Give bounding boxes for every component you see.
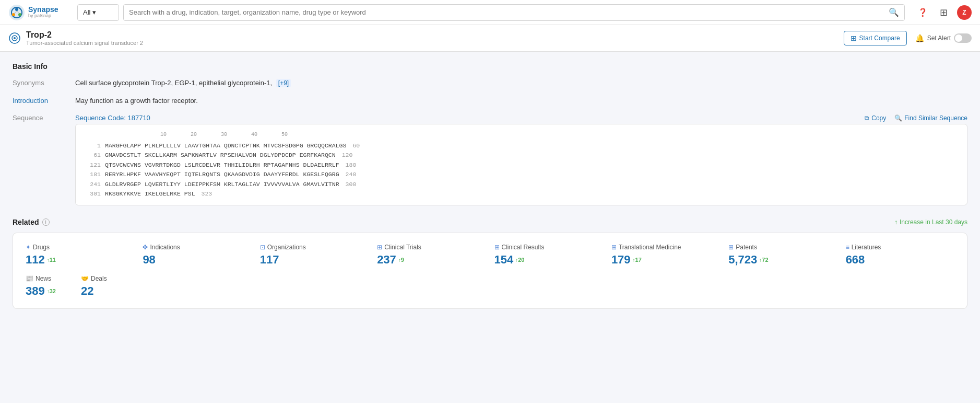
introduction-link[interactable]: Introduction (13, 97, 48, 105)
main-content: Basic Info Synonyms Cell surface glycopr… (0, 52, 980, 319)
arrow-icon: ↑ (759, 257, 762, 263)
arrow-icon: ↑ (633, 257, 635, 263)
related-item-clinical-results[interactable]: ⊞ Clinical Results 154 ↑20 (494, 244, 603, 267)
seq-text-6: RKSGKYKKVE IKELGELRKE PSL (105, 189, 195, 199)
logo-text: Synapse by patsnap (28, 6, 58, 19)
chevron-down-icon: ▾ (92, 8, 96, 16)
related-box: ✦ Drugs 112 ↑11 ✤ Indications (13, 233, 967, 309)
seq-text-1: MARGFGLAPP PLRLPLLLLV LAAVTGHTAA QDNCTCP… (105, 141, 346, 151)
drug-count: 112 (26, 253, 45, 267)
arrow-icon: ↑ (398, 257, 401, 263)
seq-num-3: 121 (84, 160, 101, 170)
header-icons: ❓ ⊞ Z (915, 5, 972, 20)
search-filter-dropdown[interactable]: All ▾ (77, 4, 119, 21)
trial-label: Clinical Trials (384, 244, 421, 251)
seq-line-3: 121 QTSVCWCVNS VGVRRTDKGD LSLRCDELVR THH… (84, 160, 959, 170)
seq-line-1: 1 MARGFGLAPP PLRLPLLLLV LAAVTGHTAA QDNCT… (84, 141, 959, 151)
search-area: All ▾ 🔍 (77, 4, 905, 21)
related-item-patents[interactable]: ⊞ Patents 5,723 ↑72 (728, 244, 837, 267)
related-item-translational[interactable]: ⊞ Translational Medicine 179 ↑17 (611, 244, 720, 267)
search-icon[interactable]: 🔍 (889, 7, 899, 17)
seq-line-6: 301 RKSGKYKKVE IKELGELRKE PSL 323 (84, 189, 959, 199)
seq-ruler: 10 20 30 40 50 (84, 131, 959, 139)
introduction-row: Introduction May function as a growth fa… (13, 97, 967, 105)
related-item-news[interactable]: 📰 News 389 ↑32 (26, 275, 56, 298)
seq-line-2: 61 GMAVDCSTLT SKCLLKARM SAPKNARTLV RPSEH… (84, 151, 959, 160)
trial-icon: ⊞ (377, 244, 382, 251)
synonyms-value: Cell surface glycoprotein Trop-2, EGP-1,… (75, 79, 967, 87)
arrow-up-icon: ↑ (894, 218, 898, 226)
related-item-indications[interactable]: ✤ Indications 98 (143, 244, 251, 267)
seq-end-1: 60 (352, 141, 360, 151)
svg-point-3 (18, 13, 21, 16)
seq-end-2: 120 (342, 151, 353, 160)
lit-label: Literatures (852, 244, 881, 251)
find-similar-label: Find Similar Sequence (904, 114, 967, 122)
related-info-icon[interactable]: i (42, 218, 50, 226)
ruler-20: 20 (167, 131, 197, 139)
title-block: Trop-2 Tumor-associated calcium signal t… (26, 30, 143, 46)
news-count: 389 (26, 284, 45, 298)
related-item-drugs[interactable]: ✦ Drugs 112 ↑11 (26, 244, 134, 267)
find-similar-button[interactable]: 🔍 Find Similar Sequence (894, 114, 967, 122)
start-compare-button[interactable]: ⊞ Start Compare (844, 31, 907, 45)
drug-label: Drugs (33, 244, 50, 251)
trial-increase: ↑9 (398, 257, 404, 263)
trans-increase: ↑17 (633, 257, 642, 263)
arrow-icon: ↑ (47, 257, 50, 263)
seq-line-5: 241 GLDLRVRGEP LQVERTLIYY LDEIPPKFSM KRL… (84, 180, 959, 189)
apps-button[interactable]: ⊞ (936, 5, 951, 20)
page-subtitle: Tumor-associated calcium signal transduc… (26, 40, 143, 46)
seq-text-2: GMAVDCSTLT SKCLLKARM SAPKNARTLV RPSEHALV… (105, 151, 336, 160)
trans-count: 179 (611, 253, 631, 267)
alert-toggle[interactable] (954, 33, 972, 43)
increase-note: ↑ Increase in Last 30 days (894, 218, 967, 226)
user-avatar[interactable]: Z (957, 5, 972, 20)
lit-count: 668 (846, 253, 865, 267)
trans-icon: ⊞ (611, 244, 617, 251)
bell-icon: 🔔 (915, 34, 924, 42)
synonyms-more[interactable]: [+9] (276, 79, 291, 87)
related-item-organizations[interactable]: ⊡ Organizations 117 (260, 244, 369, 267)
related-title: Related i (13, 218, 50, 226)
ruler-50: 50 (257, 131, 288, 139)
copy-label: Copy (871, 114, 886, 122)
help-icon: ❓ (918, 8, 928, 17)
result-label: Clinical Results (502, 244, 545, 251)
sequence-header: Sequence Code: 187710 ⧉ Copy 🔍 Find Simi… (75, 114, 967, 122)
help-button[interactable]: ❓ (915, 5, 930, 20)
drug-icon: ✦ (26, 244, 31, 251)
related-item-deals[interactable]: 🤝 Deals 22 (81, 275, 107, 298)
sequence-row: Sequence Sequence Code: 187710 ⧉ Copy 🔍 … (13, 114, 967, 205)
seq-text-4: RERYRLHPKF VAAVHYEQPT IQTELRQNTS QKAAGDV… (105, 170, 339, 179)
news-increase: ↑32 (47, 288, 56, 294)
synonyms-row: Synonyms Cell surface glycoprotein Trop-… (13, 79, 967, 87)
ruler-10: 10 (136, 131, 167, 139)
seq-end-3: 180 (346, 160, 357, 170)
alert-label: Set Alert (927, 34, 951, 42)
basic-info-title: Basic Info (13, 62, 967, 71)
news-label: News (36, 275, 51, 282)
introduction-value: May function as a growth factor receptor… (75, 97, 967, 105)
deals-icon: 🤝 (81, 275, 89, 282)
copy-button[interactable]: ⧉ Copy (865, 114, 886, 122)
sequence-code-link[interactable]: Sequence Code: 187710 (75, 114, 150, 122)
related-item-clinical-trials[interactable]: ⊞ Clinical Trials 237 ↑9 (377, 244, 486, 267)
org-icon: ⊡ (260, 244, 265, 251)
seq-text-5: GLDLRVRGEP LQVERTLIYY LDEIPPKFSM KRLTAGL… (105, 180, 339, 189)
alert-row: 🔔 Set Alert (915, 33, 972, 43)
search-input-wrap: 🔍 (123, 4, 905, 21)
indication-icon: ✤ (143, 244, 148, 251)
ruler-40: 40 (227, 131, 257, 139)
sub-header: Trop-2 Tumor-associated calcium signal t… (0, 25, 980, 52)
seq-text-3: QTSVCWCVNS VGVRRTDKGD LSLRCDELVR THHILID… (105, 160, 339, 170)
seq-end-4: 240 (346, 170, 357, 179)
filter-value: All (83, 8, 90, 16)
svg-point-9 (14, 37, 16, 39)
search-input[interactable] (129, 8, 884, 16)
related-grid-row1: ✦ Drugs 112 ↑11 ✤ Indications (26, 244, 954, 267)
sequence-content: Sequence Code: 187710 ⧉ Copy 🔍 Find Simi… (75, 114, 967, 205)
seq-end-6: 323 (202, 189, 212, 199)
related-grid-row2: 📰 News 389 ↑32 🤝 Deals (26, 275, 954, 298)
related-item-literatures[interactable]: ≡ Literatures 668 (846, 244, 954, 267)
